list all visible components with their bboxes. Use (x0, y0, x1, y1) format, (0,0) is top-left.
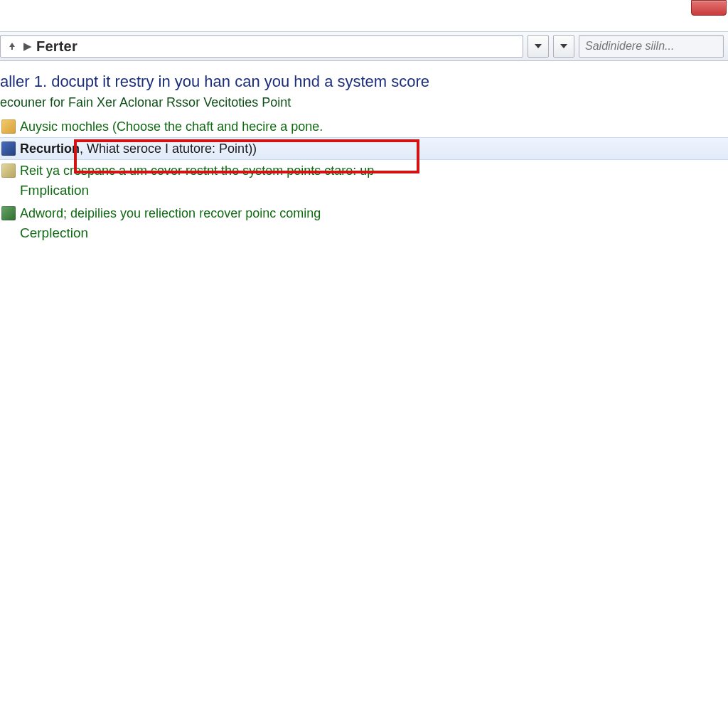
address-toolbar: ▶ Ferter (0, 31, 728, 61)
history-dropdown-button[interactable] (528, 35, 549, 58)
content-pane: aller 1. docupt it restry in you han can… (0, 64, 728, 728)
sub-link-2[interactable]: Cerplection (20, 225, 728, 241)
breadcrumb-current[interactable]: Ferter (36, 38, 77, 55)
page-subtitle: ecouner for Fain Xer Aclonar Rssor Vecit… (0, 95, 718, 110)
app-icon (1, 141, 16, 156)
result-item-1-title: Recurtion (20, 141, 80, 156)
result-item-3-text: Adword; deipilies you reliection recover… (20, 206, 321, 221)
nav-up-button[interactable] (2, 37, 22, 55)
refresh-dropdown-button[interactable] (553, 35, 574, 58)
page-title: aller 1. docupt it restry in you han can… (0, 73, 718, 91)
breadcrumb-box[interactable]: ▶ Ferter (0, 35, 523, 58)
shield-icon (1, 119, 16, 134)
note-icon (1, 206, 16, 220)
result-item-1[interactable]: Recurtion , Whiat seroce I atutore: Poin… (0, 137, 728, 160)
result-item-0-text: Auysic mochles (Choose the chaft and hec… (20, 119, 323, 134)
search-box[interactable] (579, 35, 724, 58)
window-close-button[interactable] (691, 0, 727, 16)
result-item-2-text: Reit ya crespanc a um cover restnt the s… (20, 164, 374, 178)
sub-link-1[interactable]: Fmplication (20, 183, 728, 198)
breadcrumb-separator-icon: ▶ (23, 40, 32, 53)
result-item-3[interactable]: Adword; deipilies you reliection recover… (0, 203, 728, 224)
disk-icon (1, 164, 16, 178)
search-input[interactable] (584, 39, 719, 53)
result-item-0[interactable]: Auysic mochles (Choose the chaft and hec… (0, 116, 728, 137)
result-item-1-text: , Whiat seroce I atutore: Point)) (80, 141, 257, 156)
result-item-2[interactable]: Reit ya crespanc a um cover restnt the s… (0, 160, 728, 181)
